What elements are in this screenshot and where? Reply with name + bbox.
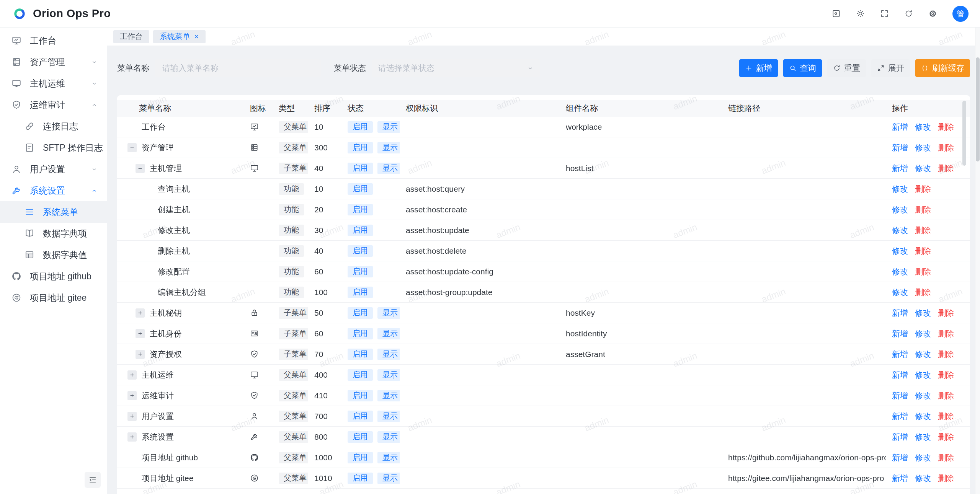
header-actions: 管	[832, 6, 969, 22]
reload-icon[interactable]	[904, 9, 913, 18]
edit-link[interactable]: 修改	[892, 184, 908, 194]
edit-link[interactable]: 修改	[892, 204, 908, 215]
tab-0[interactable]: 工作台	[113, 30, 149, 43]
delete-link[interactable]: 删除	[915, 204, 931, 215]
menu-sort-cell: 20	[308, 205, 341, 214]
delete-link[interactable]: 删除	[938, 142, 954, 153]
status-badge: 启用	[348, 328, 373, 339]
expand-row-button[interactable]: +	[127, 370, 137, 380]
expand-row-button[interactable]: +	[127, 412, 137, 421]
edit-link[interactable]: 修改	[915, 411, 931, 422]
sidebar-item-label: SFTP 操作日志	[43, 142, 103, 154]
edit-link[interactable]: 修改	[915, 452, 931, 463]
add-link[interactable]: 新增	[892, 411, 908, 422]
expand-row-button[interactable]: +	[136, 329, 145, 338]
edit-link[interactable]: 修改	[915, 473, 931, 484]
sidebar-item-wrench[interactable]: 系统设置	[0, 180, 107, 201]
sidebar-item-monitor-chart[interactable]: 工作台	[0, 30, 107, 51]
delete-link[interactable]: 删除	[938, 328, 954, 339]
sidebar-item-link[interactable]: 连接日志	[0, 116, 107, 137]
menu-status-select[interactable]: 请选择菜单状态	[372, 59, 540, 77]
menu-name: 主机身份	[150, 328, 182, 339]
sidebar-collapse-button[interactable]	[85, 472, 101, 488]
menu-name-input[interactable]	[155, 59, 321, 77]
delete-link[interactable]: 删除	[915, 246, 931, 256]
sidebar-item-desktop[interactable]: 主机运维	[0, 73, 107, 94]
sidebar-item-menu[interactable]: 系统菜单	[0, 201, 107, 223]
sidebar-item-user[interactable]: 用户设置	[0, 158, 107, 180]
add-link[interactable]: 新增	[892, 432, 908, 442]
expand-row-button[interactable]: +	[136, 308, 145, 318]
collapse-row-button[interactable]: −	[127, 143, 137, 152]
sidebar-item-github[interactable]: 项目地址 github	[0, 266, 107, 287]
add-button[interactable]: 新增	[739, 59, 778, 77]
edit-link[interactable]: 修改	[915, 142, 931, 153]
sidebar-nav: 工作台资产管理主机运维运维审计连接日志SFTP 操作日志用户设置系统设置系统菜单…	[0, 30, 107, 308]
operations-cell: 修改删除	[886, 204, 970, 215]
add-link[interactable]: 新增	[892, 328, 908, 339]
menu-name-cell: +资产授权	[117, 349, 244, 360]
expand-button[interactable]: 展开	[871, 59, 910, 77]
delete-link[interactable]: 删除	[938, 349, 954, 360]
delete-link[interactable]: 删除	[915, 225, 931, 236]
table-scrollbar-thumb[interactable]	[962, 101, 966, 166]
edit-link[interactable]: 修改	[915, 328, 931, 339]
expand-row-button[interactable]: +	[127, 432, 137, 442]
edit-link[interactable]: 修改	[915, 122, 931, 132]
delete-link[interactable]: 删除	[915, 266, 931, 277]
expand-row-button[interactable]: +	[127, 391, 137, 400]
delete-link[interactable]: 删除	[938, 411, 954, 422]
add-link[interactable]: 新增	[892, 308, 908, 318]
sidebar-item-book[interactable]: 数据字典项	[0, 223, 107, 244]
gear-icon[interactable]	[928, 9, 937, 18]
delete-link[interactable]: 删除	[938, 452, 954, 463]
close-tab-icon[interactable]: ×	[194, 33, 199, 41]
code-square-icon[interactable]	[832, 9, 841, 18]
edit-link[interactable]: 修改	[892, 266, 908, 277]
delete-link[interactable]: 删除	[915, 184, 931, 194]
refresh-cache-button[interactable]: 刷新缓存	[915, 59, 970, 77]
edit-link[interactable]: 修改	[892, 246, 908, 256]
edit-link[interactable]: 修改	[892, 225, 908, 236]
user-avatar[interactable]: 管	[952, 6, 969, 22]
edit-link[interactable]: 修改	[915, 163, 931, 174]
add-link[interactable]: 新增	[892, 473, 908, 484]
sidebar-item-gitee[interactable]: 项目地址 gitee	[0, 287, 107, 308]
delete-link[interactable]: 删除	[915, 287, 931, 298]
add-link[interactable]: 新增	[892, 142, 908, 153]
sidebar-item-file[interactable]: SFTP 操作日志	[0, 137, 107, 158]
delete-link[interactable]: 删除	[938, 432, 954, 442]
delete-link[interactable]: 删除	[938, 473, 954, 484]
sidebar-item-storage[interactable]: 资产管理	[0, 51, 107, 73]
delete-link[interactable]: 删除	[938, 308, 954, 318]
edit-link[interactable]: 修改	[915, 370, 931, 380]
page-scrollbar-thumb[interactable]	[976, 57, 980, 161]
add-link[interactable]: 新增	[892, 349, 908, 360]
add-link[interactable]: 新增	[892, 163, 908, 174]
page-scrollbar[interactable]	[975, 28, 980, 494]
edit-link[interactable]: 修改	[892, 287, 908, 298]
add-link[interactable]: 新增	[892, 122, 908, 132]
add-link[interactable]: 新增	[892, 452, 908, 463]
component-cell: assetGrant	[560, 350, 722, 359]
edit-link[interactable]: 修改	[915, 349, 931, 360]
delete-link[interactable]: 删除	[938, 390, 954, 401]
edit-link[interactable]: 修改	[915, 308, 931, 318]
delete-link[interactable]: 删除	[938, 163, 954, 174]
sidebar-item-shield-check[interactable]: 运维审计	[0, 94, 107, 116]
add-link[interactable]: 新增	[892, 390, 908, 401]
collapse-row-button[interactable]: −	[136, 164, 145, 173]
edit-link[interactable]: 修改	[915, 432, 931, 442]
add-link[interactable]: 新增	[892, 370, 908, 380]
search-button[interactable]: 查询	[783, 59, 822, 77]
reset-button[interactable]: 重置	[827, 59, 866, 77]
sidebar-item-table[interactable]: 数据字典值	[0, 244, 107, 266]
menu-type-cell: 父菜单	[273, 452, 308, 463]
edit-link[interactable]: 修改	[915, 390, 931, 401]
sun-icon[interactable]	[856, 9, 865, 18]
delete-link[interactable]: 删除	[938, 122, 954, 132]
delete-link[interactable]: 删除	[938, 370, 954, 380]
fullscreen-icon[interactable]	[880, 9, 889, 18]
expand-row-button[interactable]: +	[136, 350, 145, 359]
tab-1[interactable]: 系统菜单×	[153, 30, 206, 43]
